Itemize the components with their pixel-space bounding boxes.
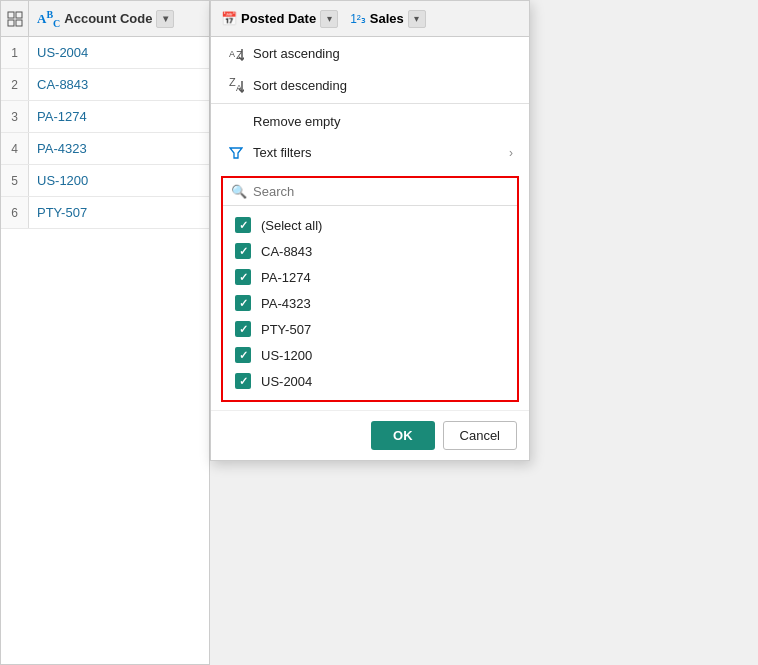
- row-number: 3: [1, 101, 29, 132]
- menu-divider-1: [211, 103, 529, 104]
- sales-col-header[interactable]: 1²₃ Sales ▾: [344, 10, 432, 28]
- remove-empty-label: Remove empty: [253, 114, 340, 129]
- checkbox-us-2004[interactable]: [235, 373, 251, 389]
- table-row: 5 US-1200: [1, 165, 209, 197]
- sales-dropdown-arrow[interactable]: ▾: [408, 10, 426, 28]
- grid-icon: [7, 11, 23, 27]
- sort-ascending-label: Sort ascending: [253, 46, 340, 61]
- table-row: 2 CA-8843: [1, 69, 209, 101]
- ok-button[interactable]: OK: [371, 421, 435, 450]
- account-code-column-header[interactable]: ABC Account Code ▾: [29, 1, 182, 36]
- svg-rect-1: [16, 12, 22, 18]
- text-filters-icon: [227, 146, 245, 160]
- table-row: 6 PTY-507: [1, 197, 209, 229]
- checkbox-pty-507[interactable]: [235, 321, 251, 337]
- filter-label-ca-8843: CA-8843: [261, 244, 312, 259]
- search-input[interactable]: [253, 184, 509, 199]
- table-row: 3 PA-1274: [1, 101, 209, 133]
- posted-date-dropdown-arrow[interactable]: ▾: [320, 10, 338, 28]
- filter-selection-box: 🔍 (Select all) CA-8843 PA-1274: [221, 176, 519, 402]
- sort-descending-label: Sort descending: [253, 78, 347, 93]
- filter-label-pty-507: PTY-507: [261, 322, 311, 337]
- checkbox-us-1200[interactable]: [235, 347, 251, 363]
- filter-item-pa-1274[interactable]: PA-1274: [223, 264, 517, 290]
- text-filters-item[interactable]: Text filters ›: [211, 137, 529, 168]
- table-row: 1 US-2004: [1, 37, 209, 69]
- filter-label-select-all: (Select all): [261, 218, 322, 233]
- text-filters-label: Text filters: [253, 145, 312, 160]
- filter-label-us-1200: US-1200: [261, 348, 312, 363]
- svg-rect-3: [16, 20, 22, 26]
- filter-item-us-1200[interactable]: US-1200: [223, 342, 517, 368]
- account-code-label: Account Code: [64, 11, 152, 26]
- cancel-button[interactable]: Cancel: [443, 421, 517, 450]
- cell-value: US-2004: [29, 45, 96, 60]
- filter-item-pty-507[interactable]: PTY-507: [223, 316, 517, 342]
- cell-value: PTY-507: [29, 205, 95, 220]
- remove-empty-item[interactable]: Remove empty: [211, 106, 529, 137]
- date-column-icon: 📅: [221, 11, 237, 26]
- checkbox-ca-8843[interactable]: [235, 243, 251, 259]
- sort-desc-icon: Z A: [227, 77, 245, 93]
- row-number: 6: [1, 197, 29, 228]
- column-header-row: ABC Account Code ▾: [1, 1, 209, 37]
- posted-date-label: Posted Date: [241, 11, 316, 26]
- checkbox-pa-4323[interactable]: [235, 295, 251, 311]
- checkbox-list: (Select all) CA-8843 PA-1274 PA-4323 PTY: [223, 206, 517, 400]
- sort-ascending-item[interactable]: A Z Sort ascending: [211, 37, 529, 69]
- cell-value: US-1200: [29, 173, 96, 188]
- sort-descending-item[interactable]: Z A Sort descending: [211, 69, 529, 101]
- row-number-header: [1, 1, 29, 36]
- panel-header-bar: 📅 Posted Date ▾ 1²₃ Sales ▾: [211, 1, 529, 37]
- search-icon: 🔍: [231, 184, 247, 199]
- sales-label: Sales: [370, 11, 404, 26]
- svg-text:A: A: [229, 49, 235, 59]
- checkbox-select-all[interactable]: [235, 217, 251, 233]
- spreadsheet-grid: ABC Account Code ▾ 1 US-2004 2 CA-8843 3…: [0, 0, 210, 665]
- filter-item-ca-8843[interactable]: CA-8843: [223, 238, 517, 264]
- row-number: 2: [1, 69, 29, 100]
- text-column-icon: ABC: [37, 9, 60, 29]
- filter-label-pa-4323: PA-4323: [261, 296, 311, 311]
- svg-marker-10: [230, 148, 242, 158]
- dialog-footer: OK Cancel: [211, 410, 529, 460]
- row-number: 1: [1, 37, 29, 68]
- svg-rect-2: [8, 20, 14, 26]
- filter-dropdown-panel: 📅 Posted Date ▾ 1²₃ Sales ▾ A Z Sort asc…: [210, 0, 530, 461]
- search-row: 🔍: [223, 178, 517, 206]
- posted-date-col-header[interactable]: 📅 Posted Date ▾: [215, 10, 344, 28]
- account-code-dropdown-arrow[interactable]: ▾: [156, 10, 174, 28]
- cell-value: CA-8843: [29, 77, 96, 92]
- cell-value: PA-4323: [29, 141, 95, 156]
- number-column-icon: 1²₃: [350, 12, 366, 26]
- svg-text:Z: Z: [229, 77, 236, 88]
- main-container: ABC Account Code ▾ 1 US-2004 2 CA-8843 3…: [0, 0, 758, 665]
- filter-label-us-2004: US-2004: [261, 374, 312, 389]
- sort-asc-icon: A Z: [227, 45, 245, 61]
- filter-item-us-2004[interactable]: US-2004: [223, 368, 517, 394]
- filter-item-select-all[interactable]: (Select all): [223, 212, 517, 238]
- svg-rect-0: [8, 12, 14, 18]
- table-row: 4 PA-4323: [1, 133, 209, 165]
- row-number: 4: [1, 133, 29, 164]
- text-filters-arrow: ›: [509, 146, 513, 160]
- filter-item-pa-4323[interactable]: PA-4323: [223, 290, 517, 316]
- checkbox-pa-1274[interactable]: [235, 269, 251, 285]
- filter-label-pa-1274: PA-1274: [261, 270, 311, 285]
- row-number: 5: [1, 165, 29, 196]
- cell-value: PA-1274: [29, 109, 95, 124]
